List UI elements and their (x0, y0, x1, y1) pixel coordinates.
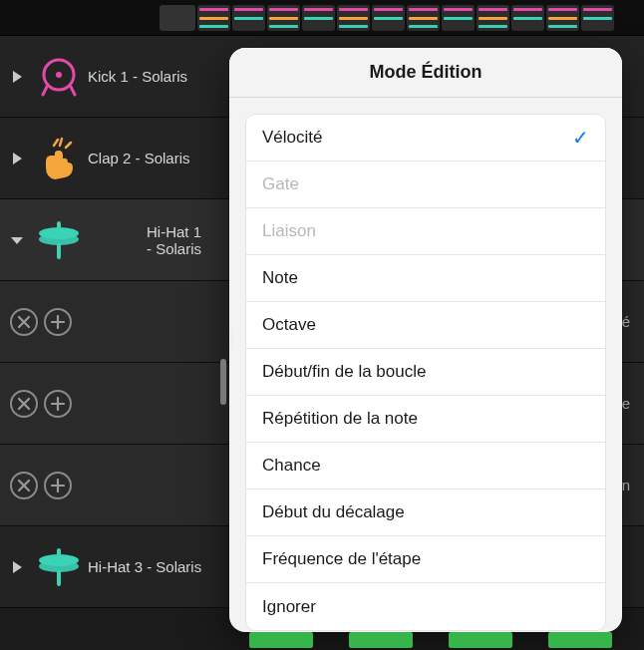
svg-line-2 (43, 87, 47, 95)
svg-rect-6 (57, 221, 61, 229)
edit-mode-option: Gate (246, 162, 605, 208)
plus-icon[interactable] (44, 308, 72, 336)
option-label: Liaison (262, 221, 316, 241)
svg-line-3 (71, 87, 75, 95)
edit-mode-option[interactable]: Ignorer (246, 583, 605, 630)
plus-icon[interactable] (44, 390, 72, 418)
close-icon[interactable] (10, 472, 38, 499)
edit-mode-option[interactable]: Début/fin de la boucle (246, 349, 605, 396)
hihat-icon (34, 215, 84, 265)
kick-icon (34, 52, 84, 102)
timeline-cell[interactable] (302, 5, 335, 31)
timeline-cell[interactable] (197, 5, 230, 31)
track-label: Clap 2 - Solaris (84, 150, 203, 166)
edit-mode-option[interactable]: Répétition de la note (246, 396, 605, 443)
checkmark-icon: ✓ (572, 126, 589, 150)
timeline-play-cell[interactable] (160, 5, 195, 31)
option-label: Vélocité (262, 128, 322, 148)
edit-mode-option: Liaison (246, 208, 605, 255)
option-label: Répétition de la note (262, 409, 418, 429)
edit-mode-option[interactable]: Vélocité✓ (246, 115, 605, 162)
plus-icon[interactable] (44, 472, 72, 499)
timeline-cell[interactable] (546, 5, 579, 31)
scroll-handle[interactable] (220, 359, 226, 405)
popover-option-list: Vélocité✓GateLiaisonNoteOctaveDébut/fin … (245, 114, 606, 631)
option-label: Chance (262, 456, 321, 476)
option-label: Début/fin de la boucle (262, 362, 426, 382)
option-label: Octave (262, 315, 316, 335)
play-icon[interactable] (0, 69, 34, 85)
timeline-cell[interactable] (407, 5, 440, 31)
edit-mode-option[interactable]: Octave (246, 302, 605, 349)
play-icon[interactable] (0, 151, 34, 166)
timeline-cell[interactable] (581, 5, 614, 31)
popover-title: Mode Édition (229, 48, 622, 98)
hihat-icon (34, 542, 84, 592)
close-icon[interactable] (10, 390, 38, 418)
timeline-cell[interactable] (372, 5, 405, 31)
option-label: Gate (262, 174, 299, 194)
timeline-cell[interactable] (477, 5, 509, 31)
option-label: Début du décalage (262, 502, 405, 522)
option-label: Fréquence de l'étape (262, 549, 421, 569)
edit-mode-option[interactable]: Note (246, 255, 605, 302)
edit-mode-option[interactable]: Fréquence de l'étape (246, 536, 605, 583)
timeline-cell[interactable] (267, 5, 300, 31)
edit-mode-option[interactable]: Chance (246, 443, 605, 489)
close-icon[interactable] (10, 308, 38, 336)
track-label: Hi-Hat 3 - Solaris (84, 558, 203, 575)
app-root: Kick 1 - SolarisClap 2 - SolarisHi-Hat 1… (0, 0, 644, 650)
chevron-down-icon[interactable] (0, 232, 34, 248)
svg-point-1 (56, 72, 62, 78)
svg-rect-7 (57, 243, 61, 259)
clap-icon (34, 134, 84, 183)
option-label: Note (262, 268, 298, 288)
timeline (0, 0, 644, 36)
edit-mode-popover: Mode Édition Vélocité✓GateLiaisonNoteOct… (229, 48, 622, 632)
svg-rect-10 (57, 548, 61, 556)
timeline-cell[interactable] (232, 5, 265, 31)
timeline-cell[interactable] (442, 5, 475, 31)
svg-rect-11 (57, 570, 61, 586)
edit-mode-option[interactable]: Début du décalage (246, 489, 605, 536)
sequencer-preview (249, 632, 642, 648)
timeline-cell[interactable] (337, 5, 370, 31)
track-label: Kick 1 - Solaris (84, 68, 203, 85)
timeline-cell[interactable] (511, 5, 544, 31)
option-label: Ignorer (262, 597, 316, 617)
track-label: Hi-Hat 1- Solaris (84, 223, 213, 257)
play-icon[interactable] (0, 559, 34, 575)
